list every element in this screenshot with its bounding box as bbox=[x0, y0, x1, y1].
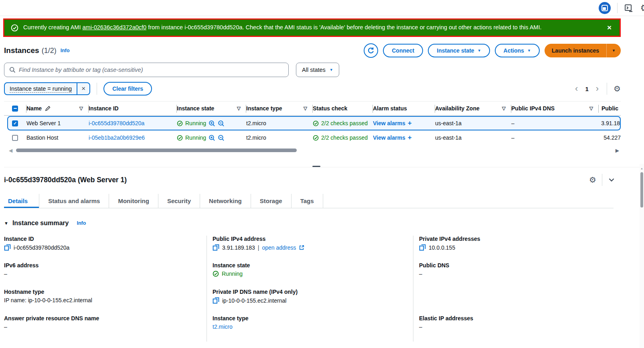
instance-state-value: Running bbox=[222, 271, 243, 277]
column-header-alarm-status: Alarm status bbox=[373, 102, 435, 115]
info-link[interactable]: Info bbox=[61, 48, 70, 53]
table-row[interactable]: Bastion Host i-05eb1ba2a0b6929e6 Running… bbox=[4, 131, 621, 144]
edit-name-icon[interactable] bbox=[45, 106, 51, 111]
scroll-up-icon[interactable]: ▲ bbox=[640, 167, 644, 170]
info-link[interactable]: Info bbox=[77, 220, 86, 226]
toolbar: Connect Instance state▼ Actions▼ Launch … bbox=[364, 43, 621, 58]
running-state-icon bbox=[177, 120, 183, 126]
tab-status-and-alarms[interactable]: Status and alarms bbox=[39, 194, 109, 208]
hostname-type-value: IP name: ip-10-0-0-155.ec2.internal bbox=[4, 297, 92, 303]
panel-drag-handle[interactable] bbox=[312, 166, 320, 167]
instance-name: Bastion Host bbox=[26, 134, 89, 141]
instance-count: (1/2) bbox=[42, 47, 57, 55]
filter-caret-icon[interactable]: ▽ bbox=[589, 106, 593, 111]
horizontal-scrollbar-thumb[interactable] bbox=[16, 149, 297, 152]
search-input[interactable] bbox=[19, 67, 284, 73]
add-alarm-icon[interactable]: + bbox=[408, 134, 412, 142]
column-header-instance-state[interactable]: Instance state▽ bbox=[177, 102, 246, 115]
copy-icon[interactable] bbox=[4, 244, 11, 251]
scroll-right-icon[interactable]: ▶ bbox=[616, 148, 619, 153]
column-header-name[interactable]: Name ▽ bbox=[26, 102, 89, 115]
add-alarm-icon[interactable]: + bbox=[408, 119, 412, 127]
instance-id-value: i-0c655d39780dd520a bbox=[14, 244, 69, 251]
zoom-in-icon[interactable] bbox=[209, 134, 215, 141]
private-ip-dns-value: ip-10-0-0-155.ec2.internal bbox=[222, 297, 286, 304]
clear-filters-button[interactable]: Clear filters bbox=[103, 82, 152, 96]
current-page[interactable]: 1 bbox=[585, 85, 588, 92]
banner-close-icon[interactable]: × bbox=[606, 23, 613, 32]
search-box[interactable] bbox=[4, 63, 289, 77]
scroll-left-icon[interactable]: ◀ bbox=[9, 148, 12, 153]
ami-link[interactable]: ami-02636c36d372a0cf0 bbox=[82, 24, 146, 31]
tab-monitoring[interactable]: Monitoring bbox=[109, 194, 158, 208]
view-alarms-link[interactable]: View alarms bbox=[373, 120, 405, 126]
zoom-out-icon[interactable] bbox=[218, 120, 225, 127]
instance-type-link[interactable]: t2.micro bbox=[213, 324, 233, 330]
filter-token-label: Instance state = running bbox=[5, 83, 77, 94]
zoom-out-icon[interactable] bbox=[218, 134, 225, 141]
search-icon bbox=[9, 67, 16, 73]
tab-storage[interactable]: Storage bbox=[251, 194, 291, 208]
column-header-status-check: Status check bbox=[313, 102, 373, 115]
refresh-icon bbox=[367, 47, 375, 54]
caret-down-icon: ▼ bbox=[527, 49, 531, 53]
public-dns-value: – bbox=[511, 120, 599, 126]
launch-instances-button[interactable]: Launch instances ▼ bbox=[545, 44, 621, 57]
filter-caret-icon[interactable]: ▽ bbox=[502, 106, 506, 111]
external-link-icon bbox=[299, 245, 304, 250]
table-row-selected[interactable]: Web Server 1 i-0c655d39780dd520a Running… bbox=[7, 116, 621, 130]
details-settings-icon[interactable]: ⚙ bbox=[589, 176, 596, 184]
column-header-public-ipv4-dns[interactable]: Public IPv4 DNS▽ bbox=[511, 102, 599, 115]
vertical-scrollbar-thumb[interactable] bbox=[640, 172, 643, 208]
column-header-instance-type[interactable]: Instance type▽ bbox=[246, 102, 313, 115]
filter-caret-icon[interactable]: ▽ bbox=[304, 106, 307, 111]
open-address-link[interactable]: open address bbox=[262, 244, 296, 251]
select-all-checkbox[interactable] bbox=[12, 102, 26, 115]
toolbar-divider bbox=[617, 3, 618, 13]
table-settings-icon[interactable]: ⚙ bbox=[614, 85, 621, 93]
filter-caret-icon[interactable]: ▽ bbox=[237, 106, 241, 111]
filter-token[interactable]: Instance state = running × bbox=[4, 82, 90, 95]
next-page-icon[interactable]: › bbox=[594, 84, 600, 93]
connect-button[interactable]: Connect bbox=[383, 44, 423, 57]
collapse-panel-icon[interactable] bbox=[608, 176, 615, 183]
tab-tags[interactable]: Tags bbox=[291, 194, 323, 208]
field-label: Hostname type bbox=[4, 289, 207, 295]
row-checkbox[interactable] bbox=[12, 135, 26, 141]
details-header: i-0c655d39780dd520a (Web Server 1) ⚙ bbox=[4, 174, 644, 186]
extension-icon[interactable] bbox=[599, 2, 611, 14]
view-alarms-link[interactable]: View alarms bbox=[373, 134, 405, 141]
zoom-in-icon[interactable] bbox=[209, 120, 215, 127]
field-label: Private IPv4 addresses bbox=[419, 236, 644, 242]
tab-details[interactable]: Details bbox=[4, 194, 39, 208]
copy-icon[interactable] bbox=[213, 244, 219, 251]
filter-caret-icon[interactable]: ▽ bbox=[79, 106, 83, 111]
actions-button[interactable]: Actions▼ bbox=[495, 44, 540, 57]
browser-settings-icon[interactable]: ⚙ bbox=[640, 3, 644, 13]
summary-column-1: Instance ID i-0c655d39780dd520a IPv6 add… bbox=[4, 236, 207, 342]
section-collapse-icon[interactable]: ▼ bbox=[4, 221, 8, 226]
success-check-icon bbox=[11, 24, 18, 32]
search-row: All states ▼ bbox=[4, 63, 644, 77]
prev-page-icon[interactable]: ‹ bbox=[573, 84, 579, 93]
instance-state-button[interactable]: Instance state▼ bbox=[428, 44, 490, 57]
copy-icon[interactable] bbox=[213, 297, 219, 304]
instance-id-link[interactable]: i-05eb1ba2a0b6929e6 bbox=[89, 134, 145, 141]
refresh-button[interactable] bbox=[364, 43, 378, 58]
column-header-availability-zone[interactable]: Availability Zone▽ bbox=[435, 102, 511, 115]
summary-column-2: Public IPv4 address 3.91.189.183 | open … bbox=[207, 236, 413, 342]
row-checkbox[interactable] bbox=[12, 120, 26, 126]
filter-token-remove-icon[interactable]: × bbox=[77, 83, 89, 94]
states-dropdown[interactable]: All states ▼ bbox=[296, 63, 339, 77]
tab-networking[interactable]: Networking bbox=[200, 194, 251, 208]
field-label: Instance type bbox=[213, 315, 413, 322]
copy-icon[interactable] bbox=[419, 244, 426, 251]
status-check-value: 2/2 checks passed bbox=[321, 120, 368, 126]
launch-instances-menu[interactable]: ▼ bbox=[606, 44, 621, 57]
tab-security[interactable]: Security bbox=[158, 194, 200, 208]
field-label: Instance ID bbox=[4, 236, 207, 242]
cloudshell-icon[interactable] bbox=[624, 3, 634, 13]
launch-instances-label[interactable]: Launch instances bbox=[545, 47, 606, 54]
public-dns-value: – bbox=[419, 271, 422, 277]
instance-id-link[interactable]: i-0c655d39780dd520a bbox=[89, 120, 144, 126]
